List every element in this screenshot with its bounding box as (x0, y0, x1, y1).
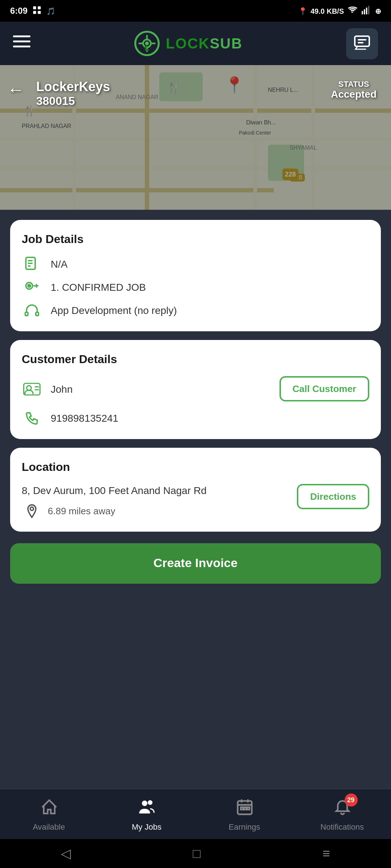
svg-rect-2 (33, 10, 36, 13)
svg-rect-22 (36, 312, 38, 316)
android-back-button[interactable]: ◁ (61, 846, 71, 861)
job-item-3: App Development (no reply) (22, 302, 369, 318)
android-nav-bar: ◁ □ ≡ (0, 839, 391, 868)
svg-rect-3 (38, 10, 41, 13)
logo-icon (134, 30, 160, 56)
job-details-card: Job Details N/A 1. CON (10, 220, 381, 331)
svg-point-28 (142, 801, 147, 805)
customer-details-title: Customer Details (22, 353, 369, 366)
notification-badge: 29 (344, 793, 357, 806)
wifi-icon (348, 5, 358, 17)
status-label: STATUS (331, 80, 377, 88)
svg-point-20 (28, 285, 30, 287)
location-title: Location (22, 461, 369, 474)
logo-text: LOCKSUB (166, 35, 243, 52)
distance-row: 6.89 miles away (22, 504, 290, 518)
svg-rect-14 (355, 36, 369, 46)
map-title: LockerKeys (36, 80, 110, 95)
back-arrow-icon: ← (7, 80, 25, 99)
document-icon (22, 256, 42, 272)
job-item-3-text: App Development (no reply) (51, 305, 369, 316)
svg-rect-7 (368, 6, 370, 14)
svg-rect-34 (240, 807, 243, 809)
android-home-button[interactable]: □ (193, 846, 201, 861)
job-item-2: 1. CONFIRMED JOB (22, 279, 369, 295)
svg-rect-1 (38, 6, 41, 9)
logo: LOCKSUB (134, 30, 243, 56)
nav-label-myjobs: My Jobs (132, 822, 161, 831)
job-item-1: N/A (22, 256, 369, 272)
nav-item-notifications[interactable]: 29 Notifications (293, 797, 391, 831)
customer-phone: 919898135241 (51, 412, 369, 424)
status-value: Accepted (331, 88, 377, 100)
person-card-icon (22, 382, 42, 396)
calendar-icon (235, 797, 254, 816)
app-icons: 🎵 (46, 7, 55, 15)
job-item-1-text: N/A (51, 258, 369, 270)
time: 6:09 (10, 6, 28, 16)
bottom-navigation: Available My Jobs Earnings (0, 788, 391, 839)
customer-name: John (51, 383, 279, 395)
customer-details-card: Customer Details John Call Customer (10, 340, 381, 439)
headset-icon (22, 302, 42, 318)
call-customer-button[interactable]: Call Customer (279, 376, 369, 401)
svg-rect-10 (13, 46, 30, 47)
create-invoice-button[interactable]: Create Invoice (10, 543, 381, 583)
distance-text: 6.89 miles away (48, 506, 115, 516)
nav-label-earnings: Earnings (229, 822, 260, 831)
customer-phone-row: 919898135241 (22, 410, 369, 426)
nav-item-myjobs[interactable]: My Jobs (98, 797, 196, 831)
people-icon (137, 797, 156, 816)
main-content: Job Details N/A 1. CON (0, 210, 391, 788)
notification-icons (32, 5, 42, 17)
svg-point-29 (148, 800, 152, 804)
back-button[interactable]: ← (7, 80, 25, 100)
directions-button[interactable]: Directions (297, 484, 369, 509)
customer-name-row: John Call Customer (22, 376, 369, 401)
app-header: LOCKSUB (0, 22, 391, 65)
location-icon: 📍 (298, 7, 307, 15)
svg-rect-8 (13, 35, 30, 37)
nav-label-notifications: Notifications (320, 822, 364, 831)
phone-icon (22, 410, 42, 426)
android-menu-button[interactable]: ≡ (323, 846, 330, 861)
hamburger-menu[interactable] (13, 33, 30, 54)
status-badge: STATUS Accepted (331, 80, 377, 100)
svg-rect-21 (25, 312, 28, 316)
job-item-2-text: 1. CONFIRMED JOB (51, 281, 369, 293)
svg-point-24 (27, 385, 31, 390)
map-job-info: LockerKeys 380015 (36, 80, 110, 108)
svg-point-13 (145, 42, 149, 46)
svg-rect-36 (247, 807, 249, 809)
map-subtitle: 380015 (36, 95, 110, 108)
status-bar: 6:09 🎵 📍 49.0 KB/S ⊕ (0, 0, 391, 22)
nav-label-available: Available (33, 822, 65, 831)
battery-icon: ⊕ (375, 7, 381, 15)
signal-icon (361, 5, 371, 17)
nav-item-earnings[interactable]: Earnings (196, 797, 293, 831)
svg-rect-9 (13, 41, 30, 42)
svg-point-27 (30, 507, 33, 510)
svg-rect-0 (33, 6, 36, 9)
key-icon (22, 279, 42, 295)
location-card: Location 8, Dev Aurum, 100 Feet Anand Na… (10, 448, 381, 531)
location-info-row: 8, Dev Aurum, 100 Feet Anand Nagar Rd 6.… (22, 484, 369, 518)
home-icon (39, 797, 58, 816)
pin-icon (22, 504, 42, 518)
location-address: 8, Dev Aurum, 100 Feet Anand Nagar Rd (22, 484, 290, 498)
chat-button[interactable] (346, 28, 378, 59)
chat-icon (353, 34, 371, 51)
network-speed: 49.0 KB/S (311, 7, 344, 15)
svg-rect-5 (364, 9, 365, 14)
svg-rect-4 (362, 11, 363, 14)
job-details-title: Job Details (22, 233, 369, 246)
map-view: ANAND NAGAR PRAHLAD NAGAR NEHRU L... 228… (0, 65, 391, 210)
svg-rect-35 (244, 807, 246, 809)
nav-item-available[interactable]: Available (0, 797, 98, 831)
svg-rect-6 (366, 8, 367, 14)
